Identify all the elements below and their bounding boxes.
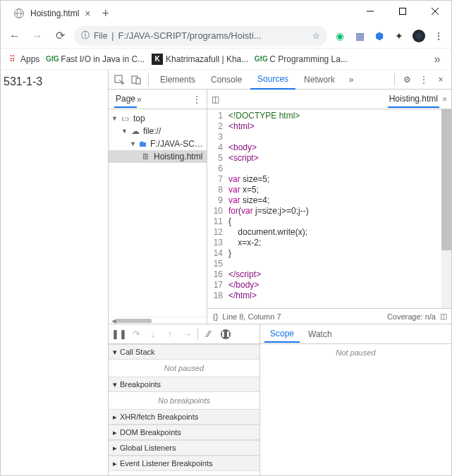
back-button[interactable]: ←	[6, 28, 23, 44]
tree-folder[interactable]: ▼🖿F:/JAVA-SCRIPT/pro	[109, 138, 207, 150]
file-icon: 🗎	[141, 152, 151, 161]
subtab-overflow-icon[interactable]: »	[137, 94, 142, 104]
pause-icon[interactable]: ❚❚	[113, 329, 126, 339]
tabs-overflow-icon[interactable]: »	[343, 72, 359, 87]
minimize-button[interactable]	[354, 1, 386, 22]
window-icon: ▭	[121, 114, 130, 123]
breakpoints-body: No breakpoints	[109, 392, 259, 409]
extension-icon[interactable]: ▦	[353, 29, 367, 43]
h-scrollbar[interactable]: ◀	[109, 317, 207, 324]
bookmark-item[interactable]: GfGC Programming La...	[255, 54, 348, 65]
scope-body: Not paused	[260, 344, 451, 361]
tab-scope[interactable]: Scope	[264, 326, 300, 343]
pane-dom[interactable]: ▸DOM Breakpoints	[109, 425, 259, 440]
bookmark-item[interactable]: KKhatrimazafull | Kha...	[152, 54, 248, 65]
pane-xhr[interactable]: ▸XHR/fetch Breakpoints	[109, 409, 259, 425]
bookmark-item[interactable]: GfGFast I/O in Java in C...	[47, 54, 145, 65]
apps-icon: ⠿	[6, 54, 18, 65]
extensions-menu-icon[interactable]: ✦	[392, 29, 406, 43]
pane-call-stack[interactable]: ▾Call Stack	[109, 344, 259, 360]
forward-button[interactable]: →	[29, 28, 46, 44]
coverage-label: Coverage: n/a	[387, 312, 436, 321]
step-out-icon[interactable]: ↑	[164, 329, 176, 339]
chevron-right-icon: ▸	[113, 444, 117, 453]
chevron-down-icon: ▾	[113, 348, 117, 357]
pane-global[interactable]: ▸Global Listeners	[109, 440, 259, 456]
folder-icon: 🖿	[139, 139, 147, 149]
site-icon: K	[152, 54, 163, 65]
tab-close-icon[interactable]: ×	[85, 8, 90, 19]
site-icon: GfG	[47, 54, 58, 65]
open-file-tab[interactable]: Hoisting.html	[388, 91, 439, 108]
apps-button[interactable]: ⠿Apps	[6, 54, 39, 65]
chevron-right-icon: ▸	[113, 413, 117, 422]
extension-icon[interactable]: ⬢	[372, 29, 386, 43]
step-over-icon[interactable]: ↷	[130, 329, 142, 339]
sidebar-toggle-icon[interactable]: ◫	[212, 94, 219, 104]
site-icon: GfG	[255, 54, 267, 65]
address-bar[interactable]: ⓘ File | F:/JAVA-SCRIPT/programs/Hoisti.…	[74, 26, 327, 46]
extension-icon[interactable]: ◉	[333, 29, 347, 43]
source-code[interactable]: <!DOCTYPE html> <html> <body> <script> v…	[226, 109, 441, 308]
tab-elements[interactable]: Elements	[153, 70, 202, 90]
file-close-icon[interactable]: ×	[442, 94, 447, 104]
line-gutter: 123456789101112131415161718	[207, 109, 226, 308]
cursor-pos: Line 8, Column 7	[222, 312, 281, 321]
page-content: 531-1-3	[1, 70, 108, 475]
tree-scheme[interactable]: ▼☁file://	[109, 125, 207, 138]
call-stack-body: Not paused	[109, 360, 259, 377]
globe-icon	[13, 8, 25, 19]
deactivate-bp-icon[interactable]: ⁄⁄	[202, 329, 215, 339]
tab-console[interactable]: Console	[204, 70, 249, 90]
browser-tab[interactable]: Hoisting.html ×	[6, 5, 98, 22]
devtools-kebab-icon[interactable]: ⋮	[416, 72, 432, 87]
pane-breakpoints[interactable]: ▾Breakpoints	[109, 377, 259, 392]
device-toggle-icon[interactable]	[128, 72, 144, 87]
settings-gear-icon[interactable]: ⚙	[399, 72, 415, 87]
svg-rect-4	[400, 8, 406, 15]
star-icon[interactable]: ☆	[312, 31, 320, 41]
tab-network[interactable]: Network	[297, 70, 342, 90]
url-text: F:/JAVA-SCRIPT/programs/Hoisti...	[118, 30, 308, 41]
chevron-right-icon: ▸	[113, 428, 117, 437]
tab-title: Hoisting.html	[30, 8, 79, 18]
subtab-kebab-icon[interactable]: ⋮	[193, 94, 201, 104]
page-subtab[interactable]: Page	[114, 91, 137, 108]
new-tab-button[interactable]: +	[102, 6, 110, 21]
pane-event[interactable]: ▸Event Listener Breakpoints	[109, 456, 259, 471]
devtools-panel: Elements Console Sources Network » ⚙ ⋮ ×…	[108, 70, 451, 475]
tree-file[interactable]: 🗎Hoisting.html	[109, 150, 207, 163]
file-tree: ▼▭top ▼☁file:// ▼🖿F:/JAVA-SCRIPT/pro 🗎Ho…	[109, 109, 207, 166]
step-into-icon[interactable]: ↓	[147, 329, 159, 339]
svg-rect-9	[136, 78, 140, 84]
window-close-button[interactable]	[419, 1, 451, 22]
sidebar-right-toggle-icon[interactable]: ◫	[440, 312, 447, 321]
reload-button[interactable]: ⟳	[51, 28, 68, 44]
tab-sources[interactable]: Sources	[250, 70, 295, 90]
pause-exceptions-icon[interactable]: ❚❚	[219, 329, 232, 339]
bookmark-overflow-icon[interactable]: »	[429, 51, 446, 68]
kebab-menu-icon[interactable]: ⋮	[432, 29, 446, 43]
chevron-down-icon: ▾	[113, 380, 117, 389]
braces-icon[interactable]: {}	[213, 312, 218, 321]
v-scrollbar[interactable]	[441, 109, 451, 308]
debugger-controls: ❚❚ ↷ ↓ ↑ → ⁄⁄ ❚❚	[109, 324, 259, 344]
cloud-icon: ☁	[130, 126, 140, 136]
chevron-right-icon: ▸	[113, 459, 117, 468]
inspect-icon[interactable]	[111, 72, 127, 87]
step-icon[interactable]: →	[181, 329, 193, 339]
url-prefix: File	[94, 31, 107, 41]
tree-top[interactable]: ▼▭top	[109, 112, 207, 125]
tab-watch[interactable]: Watch	[303, 327, 338, 342]
profile-avatar[interactable]	[412, 29, 426, 43]
maximize-button[interactable]	[386, 1, 419, 22]
info-icon: ⓘ	[81, 30, 90, 42]
devtools-close-icon[interactable]: ×	[433, 72, 448, 87]
